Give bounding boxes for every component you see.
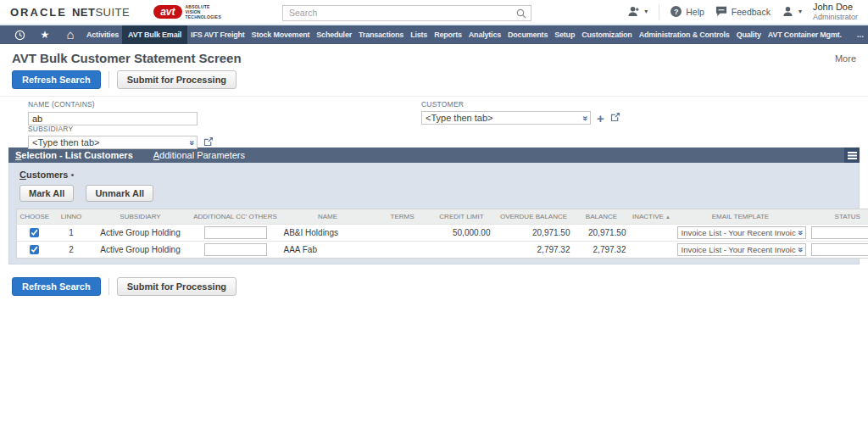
feedback-label: Feedback bbox=[732, 7, 771, 17]
netsuite-wordmark-bold: NET bbox=[72, 6, 96, 19]
nav-item-setup[interactable]: Setup bbox=[551, 25, 578, 44]
caret-down-icon: ▾ bbox=[798, 8, 802, 15]
feedback-bubble-icon bbox=[715, 6, 727, 17]
avt-logo: avt ABSOLUTE VISION TECHNOLOGIES bbox=[153, 4, 221, 19]
refresh-search-button[interactable]: Refresh Search bbox=[12, 70, 101, 89]
subsidiary-value: <Type then tab> bbox=[32, 137, 100, 147]
nav-overflow-ellipsis[interactable]: ... bbox=[845, 25, 868, 44]
nav-item-scheduler[interactable]: Scheduler bbox=[313, 25, 355, 44]
col-header-overdue-balance: OVERDUE BALANCE bbox=[494, 209, 574, 225]
col-header-balance: BALANCE bbox=[574, 209, 630, 225]
nav-item-documents[interactable]: Documents bbox=[504, 25, 551, 44]
refresh-search-button[interactable]: Refresh Search bbox=[12, 277, 101, 296]
header-divider bbox=[659, 4, 659, 19]
table-row: 2 Active Group Holding AAA Fab 2,797.32 … bbox=[17, 242, 868, 259]
col-header-terms: TERMS bbox=[376, 209, 430, 225]
terms-cell bbox=[376, 225, 430, 242]
page-title: AVT Bulk Customer Statement Screen bbox=[12, 51, 242, 65]
nav-item-ifs-avt-freight[interactable]: IFS AVT Freight bbox=[187, 25, 248, 44]
email-template-dropdown[interactable]: Invoice List - Your Recent Invoic » bbox=[677, 226, 806, 239]
customer-value: <Type then tab> bbox=[426, 113, 493, 123]
user-menu[interactable]: ▾ bbox=[782, 6, 802, 17]
nav-item-analytics[interactable]: Analytics bbox=[465, 25, 504, 44]
customer-open-record-icon[interactable] bbox=[610, 110, 620, 125]
email-template-dropdown[interactable]: Invoice List - Your Recent Invoic » bbox=[677, 243, 806, 256]
nav-item-administration-controls[interactable]: Administration & Controls bbox=[636, 25, 733, 44]
nav-item-lists[interactable]: Lists bbox=[407, 25, 431, 44]
col-header-inactive[interactable]: INACTIVE ▲ bbox=[630, 209, 674, 225]
title-bar: AVT Bulk Customer Statement Screen More bbox=[0, 44, 868, 67]
nav-item-transactions[interactable]: Transactions bbox=[355, 25, 407, 44]
name-contains-label: NAME (CONTAINS) bbox=[28, 100, 198, 109]
more-link[interactable]: More bbox=[835, 51, 856, 64]
user-name: John Doe bbox=[813, 2, 858, 13]
inactive-cell bbox=[630, 242, 674, 259]
customer-label: CUSTOMER bbox=[421, 100, 620, 109]
search-icon[interactable] bbox=[516, 7, 526, 22]
dropdown-chevron-icon: » bbox=[796, 230, 805, 235]
additional-cc-input[interactable] bbox=[204, 243, 267, 256]
credit-limit-cell: 50,000.00 bbox=[430, 225, 494, 242]
col-header-status: STATUS bbox=[808, 209, 868, 225]
table-header-row: CHOOSE LINNO SUBSIDIARY ADDITIONAL CC' O… bbox=[17, 209, 868, 225]
nav-item-quality[interactable]: Quality bbox=[733, 25, 765, 44]
unmark-all-button[interactable]: Unmark All bbox=[86, 185, 153, 202]
nav-item-reports[interactable]: Reports bbox=[431, 25, 465, 44]
balance-cell: 2,797.32 bbox=[574, 242, 630, 259]
col-header-name: NAME bbox=[281, 209, 376, 225]
inactive-cell bbox=[630, 225, 674, 242]
netsuite-logo: ORACLE NET SUITE bbox=[10, 6, 130, 19]
name-contains-input[interactable] bbox=[28, 112, 198, 125]
linno-cell: 2 bbox=[53, 242, 91, 259]
help-label: Help bbox=[686, 7, 704, 17]
header-utilities: ▾ ? Help Feedback ▾ John Doe Administrat… bbox=[627, 2, 858, 22]
customer-dropdown[interactable]: <Type then tab> » bbox=[421, 111, 591, 125]
subsidiary-dropdown[interactable]: <Type then tab> » bbox=[28, 136, 198, 149]
terms-cell bbox=[376, 242, 430, 259]
nav-item-stock-movement[interactable]: Stock Movement bbox=[248, 25, 314, 44]
additional-cc-input[interactable] bbox=[204, 226, 267, 239]
add-person-icon bbox=[627, 6, 640, 17]
subsidiary-cell: Active Group Holding bbox=[91, 225, 191, 242]
sort-ascending-icon: ▲ bbox=[665, 214, 670, 220]
button-divider bbox=[108, 71, 109, 88]
nav-item-activities[interactable]: Activities bbox=[83, 25, 122, 44]
dropdown-chevron-icon: » bbox=[796, 247, 805, 252]
subsidiary-field: SUBSIDIARY <Type then tab> » bbox=[28, 125, 214, 150]
choose-checkbox[interactable] bbox=[30, 228, 39, 237]
col-header-choose: CHOOSE bbox=[17, 209, 53, 225]
mark-all-button[interactable]: Mark All bbox=[19, 185, 74, 202]
status-input[interactable] bbox=[811, 226, 868, 239]
nav-item-customization[interactable]: Customization bbox=[578, 25, 635, 44]
recent-records-clock-icon[interactable] bbox=[7, 25, 32, 44]
nav-item-avt-bulk-email[interactable]: AVT Bulk Email bbox=[122, 25, 187, 44]
quick-add-menu[interactable]: ▾ bbox=[627, 6, 648, 17]
status-input[interactable] bbox=[811, 243, 868, 256]
home-icon[interactable]: ⌂ bbox=[58, 25, 83, 44]
dropdown-chevron-icon: » bbox=[580, 115, 589, 120]
help-icon: ? bbox=[670, 6, 682, 17]
customer-add-icon[interactable]: + bbox=[597, 112, 604, 125]
submit-for-processing-button[interactable]: Submit for Processing bbox=[117, 70, 236, 89]
help-link[interactable]: ? Help bbox=[670, 6, 704, 17]
name-cell: AB&I Holdings bbox=[281, 225, 376, 242]
balance-cell: 20,971.50 bbox=[574, 225, 630, 242]
nav-item-avt-container-mgmt[interactable]: AVT Container Mgmt. bbox=[765, 25, 845, 44]
filter-fields: NAME (CONTAINS) SUBSIDIARY <Type then ta… bbox=[12, 100, 856, 147]
user-icon bbox=[782, 6, 794, 17]
global-search-input[interactable] bbox=[282, 5, 531, 21]
avt-tagline: ABSOLUTE VISION TECHNOLOGIES bbox=[186, 4, 221, 19]
shortcuts-star-icon[interactable]: ★ bbox=[32, 25, 58, 44]
list-view-icon[interactable] bbox=[844, 147, 860, 163]
linno-cell: 1 bbox=[53, 225, 91, 242]
nav-quick-icons: ★ ⌂ bbox=[0, 25, 83, 44]
subsidiary-label: SUBSIDIARY bbox=[28, 125, 214, 133]
top-action-bar: Refresh Search Submit for Processing bbox=[0, 67, 868, 97]
main-navigation: ★ ⌂ Activities AVT Bulk Email IFS AVT Fr… bbox=[0, 25, 868, 44]
feedback-link[interactable]: Feedback bbox=[715, 6, 771, 17]
submit-for-processing-button[interactable]: Submit for Processing bbox=[117, 277, 236, 296]
col-header-credit-limit: CREDIT LIMIT bbox=[430, 209, 494, 225]
subsidiary-open-record-icon[interactable] bbox=[203, 135, 214, 150]
choose-checkbox[interactable] bbox=[30, 245, 39, 254]
col-header-linno: LINNO bbox=[53, 209, 91, 225]
